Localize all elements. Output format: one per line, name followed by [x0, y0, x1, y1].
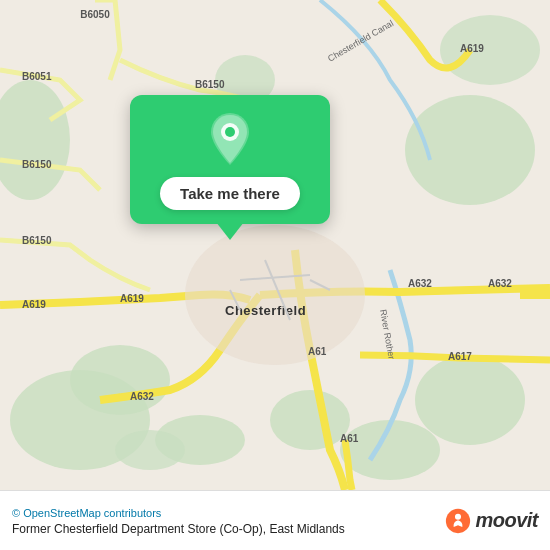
svg-text:A632: A632 [130, 391, 154, 402]
svg-point-6 [270, 390, 350, 450]
svg-point-2 [405, 95, 535, 205]
footer-bar: © OpenStreetMap contributors Former Ches… [0, 490, 550, 550]
moovit-icon [445, 508, 471, 534]
location-pin-icon [206, 113, 254, 165]
svg-text:B6050: B6050 [80, 9, 110, 20]
moovit-logo: moovit [445, 508, 538, 534]
osm-credit: © OpenStreetMap contributors [12, 506, 445, 520]
svg-text:A61: A61 [340, 433, 359, 444]
svg-text:B6150: B6150 [195, 79, 225, 90]
popup-card: Take me there [130, 95, 330, 224]
svg-text:B6051: B6051 [22, 71, 52, 82]
svg-point-38 [457, 526, 460, 529]
svg-text:B6150: B6150 [22, 159, 52, 170]
take-me-there-button[interactable]: Take me there [160, 177, 300, 210]
svg-text:A619: A619 [22, 299, 46, 310]
svg-text:B6150: B6150 [22, 235, 52, 246]
svg-point-37 [455, 513, 461, 519]
svg-point-3 [415, 355, 525, 445]
location-label: Former Chesterfield Department Store (Co… [12, 522, 445, 536]
svg-text:A619: A619 [120, 293, 144, 304]
svg-text:A632: A632 [408, 278, 432, 289]
svg-point-12 [185, 225, 365, 365]
svg-point-35 [225, 127, 235, 137]
map-container: B6050 B6051 A619 B6150 B6150 B6150 A619 … [0, 0, 550, 490]
location-icon-wrapper [204, 113, 256, 165]
svg-text:A61: A61 [308, 346, 327, 357]
footer-text: © OpenStreetMap contributors Former Ches… [12, 506, 445, 536]
svg-point-5 [70, 345, 170, 415]
svg-text:A619: A619 [460, 43, 484, 54]
svg-text:A617: A617 [448, 351, 472, 362]
svg-point-11 [440, 15, 540, 85]
moovit-wordmark: moovit [475, 509, 538, 532]
svg-text:A632: A632 [488, 278, 512, 289]
svg-point-10 [115, 430, 185, 470]
